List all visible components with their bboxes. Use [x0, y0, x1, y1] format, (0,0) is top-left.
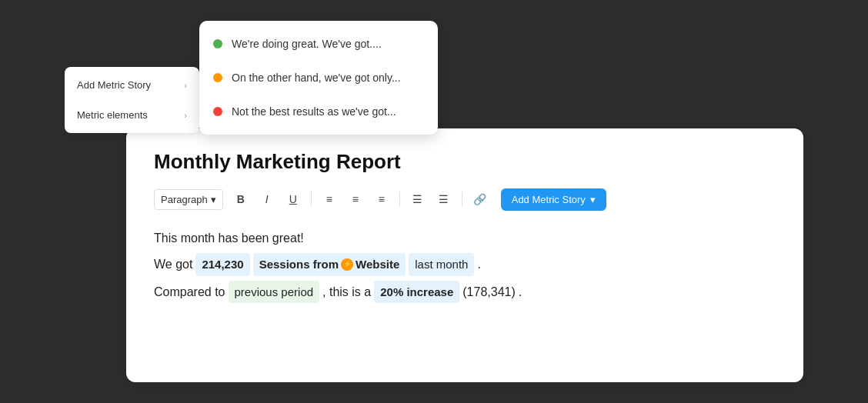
chevron-right-icon: › [184, 81, 187, 90]
line1-text: This month has been great! [154, 228, 304, 248]
align-right-button[interactable]: ≡ [370, 188, 393, 211]
bold-button[interactable]: B [229, 188, 252, 211]
add-metric-story-label: Add Metric Story [512, 194, 586, 205]
editor-line-2: We got 214,230 Sessions from ⚡ Website l… [154, 253, 776, 276]
metric-story-dropdown: We're doing great. We've got.... On the … [199, 21, 438, 135]
editor-panel: Monthly Marketing Report Paragraph ▾ B I… [126, 128, 803, 382]
align-center-button[interactable]: ≡ [344, 188, 367, 211]
underline-button[interactable]: U [282, 188, 305, 211]
dropdown-item-text: We're doing great. We've got.... [232, 38, 382, 50]
paragraph-label: Paragraph [161, 194, 208, 205]
website-metric-icon: ⚡ [341, 258, 353, 271]
italic-button[interactable]: I [255, 188, 279, 211]
sidebar-item-add-metric-story[interactable]: Add Metric Story › [65, 70, 199, 100]
line2-prefix: We got [154, 254, 192, 275]
link-button[interactable]: 🔗 [469, 188, 492, 211]
sidebar-item-label: Metric elements [77, 109, 148, 121]
website-label: Website [356, 255, 399, 275]
chevron-down-icon: ▾ [211, 194, 216, 205]
comparison-value: (178,341) [462, 281, 516, 302]
dropdown-item-notbest[interactable]: Not the best results as we've got... [199, 95, 438, 128]
dropdown-item-other[interactable]: On the other hand, we've got only... [199, 61, 438, 95]
paragraph-select[interactable]: Paragraph ▾ [154, 189, 223, 210]
dropdown-item-text: Not the best results as we've got... [232, 105, 396, 118]
sidebar-item-label: Add Metric Story [77, 79, 151, 91]
bullet-list-button[interactable]: ☰ [406, 188, 429, 211]
editor-body: This month has been great! We got 214,23… [154, 228, 776, 303]
metric-value-tag[interactable]: 214,230 [195, 253, 249, 276]
period-dot: . [477, 254, 480, 275]
editor-title: Monthly Marketing Report [154, 150, 776, 174]
numbered-list-button[interactable]: ☰ [432, 188, 456, 211]
green-dot-icon [213, 39, 222, 48]
last-month-tag[interactable]: last month [409, 253, 474, 276]
dropdown-item-text: On the other hand, we've got only... [232, 72, 401, 84]
line3-mid: , this is a [322, 281, 371, 302]
chevron-right-icon: › [184, 111, 187, 120]
end-dot: . [519, 281, 522, 302]
sessions-from-tag[interactable]: Sessions from ⚡ Website [253, 253, 406, 276]
sidebar-panel: Add Metric Story › Metric elements › [65, 67, 199, 133]
dropdown-item-great[interactable]: We're doing great. We've got.... [199, 27, 438, 61]
chevron-down-icon: ▾ [590, 194, 596, 205]
increase-tag[interactable]: 20% increase [374, 281, 459, 304]
orange-dot-icon [213, 73, 222, 82]
add-metric-story-button[interactable]: Add Metric Story ▾ [501, 188, 606, 211]
editor-line-3: Compared to previous period , this is a … [154, 281, 776, 304]
red-dot-icon [213, 107, 222, 116]
previous-period-tag[interactable]: previous period [229, 281, 320, 304]
toolbar-separator-1 [311, 192, 312, 207]
sidebar-item-metric-elements[interactable]: Metric elements › [65, 100, 199, 130]
toolbar-separator-2 [399, 192, 400, 207]
align-left-button[interactable]: ≡ [318, 188, 341, 211]
sessions-label: Sessions from [259, 255, 339, 275]
toolbar-separator-3 [462, 192, 462, 207]
editor-toolbar: Paragraph ▾ B I U ≡ ≡ ≡ ☰ ☰ 🔗 Add Metric… [154, 188, 776, 211]
line3-prefix: Compared to [154, 281, 225, 302]
editor-line-1: This month has been great! [154, 228, 776, 248]
